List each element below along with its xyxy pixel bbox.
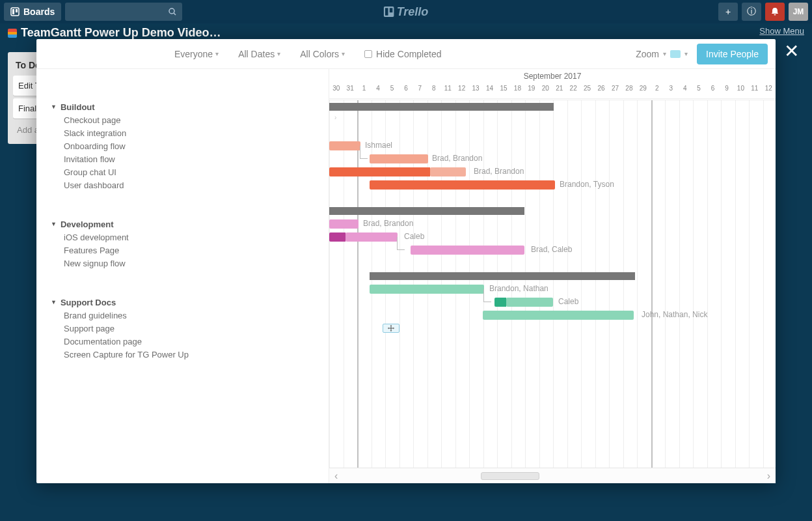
timeline-header: September 2017 3031145678111213141518192…: [329, 69, 776, 100]
timeline-day: 10: [734, 85, 748, 99]
timeline-day: 11: [748, 85, 761, 99]
timeline-day: 12: [762, 85, 776, 99]
svg-rect-1: [12, 9, 14, 14]
task-bar[interactable]: [494, 298, 506, 307]
task-bar[interactable]: [370, 154, 428, 163]
info-icon: ⓘ: [747, 6, 756, 18]
task-bar[interactable]: [329, 141, 360, 150]
bar-assignees: Caleb: [558, 297, 578, 306]
bar-assignees: Brandon, Tyson: [560, 180, 614, 189]
bar-assignees: Brad, Brandon: [432, 154, 482, 163]
task-row[interactable]: User dashboard: [51, 178, 321, 191]
notifications-button[interactable]: [765, 3, 785, 21]
bar-assignees: Caleb: [404, 232, 424, 241]
timeline-day: 13: [468, 85, 482, 99]
horizontal-scrollbar[interactable]: ‹ ›: [329, 468, 776, 483]
task-bar[interactable]: [370, 285, 484, 294]
task-bar-remaining[interactable]: [345, 232, 398, 242]
info-button[interactable]: ⓘ: [742, 3, 761, 21]
summary-bar[interactable]: [329, 103, 554, 111]
task-row[interactable]: Invitation flow: [51, 152, 321, 165]
task-bar-remaining[interactable]: [430, 167, 466, 176]
task-row[interactable]: Features Page: [51, 244, 321, 257]
task-row[interactable]: Slack integration: [51, 126, 321, 139]
group-header[interactable]: ▼Development: [51, 218, 321, 231]
task-row[interactable]: Screen Capture for TG Power Up: [51, 348, 321, 361]
task-bar[interactable]: [329, 167, 430, 176]
timeline-day: 6: [399, 85, 413, 99]
add-button[interactable]: +: [718, 3, 738, 21]
task-bar[interactable]: [329, 232, 345, 242]
timeline-day: 4: [678, 85, 692, 99]
svg-rect-0: [11, 8, 19, 16]
gantt-toolbar: Everyone▾ All Dates▾ All Colors▾ Hide Co…: [36, 39, 776, 69]
zoom-control[interactable]: Zoom▾▾: [636, 49, 688, 59]
bar-assignees: Brad, Brandon: [474, 167, 524, 176]
timeline-day: 14: [483, 85, 496, 99]
timeline-day: 29: [636, 85, 650, 99]
timeline-day: 9: [720, 85, 733, 99]
gantt-timeline: September 2017 3031145678111213141518192…: [329, 69, 776, 483]
group-header[interactable]: ▼Buildout: [51, 100, 321, 113]
task-row[interactable]: Group chat UI: [51, 165, 321, 178]
boards-button[interactable]: Boards: [4, 3, 61, 21]
task-row[interactable]: New signup flow: [51, 257, 321, 270]
task-row[interactable]: Brand guidelines: [51, 309, 321, 322]
timeline-day: 11: [441, 85, 455, 99]
scrollbar-thumb[interactable]: [481, 472, 539, 480]
timeline-day: 12: [455, 85, 468, 99]
move-icon: [388, 325, 394, 331]
boards-icon: [10, 7, 20, 16]
timeline-day: 6: [706, 85, 720, 99]
month-label: September 2017: [329, 72, 776, 81]
hide-completed-checkbox[interactable]: Hide Completed: [364, 49, 441, 59]
invite-button[interactable]: Invite People: [697, 44, 768, 64]
group-header[interactable]: ▼Support Docs: [51, 296, 321, 309]
scroll-left-icon[interactable]: ‹: [334, 470, 338, 482]
summary-bar[interactable]: [370, 272, 635, 280]
bar-assignees: Brad, Brandon: [363, 219, 413, 228]
task-list: ▼Buildout Checkout page Slack integratio…: [36, 69, 329, 483]
task-bar[interactable]: [370, 180, 555, 190]
task-row[interactable]: Documentation page: [51, 335, 321, 348]
task-row[interactable]: Onboarding flow: [51, 139, 321, 152]
timeline-day: 15: [496, 85, 510, 99]
task-bar-remaining[interactable]: [506, 298, 553, 307]
task-row[interactable]: iOS development: [51, 231, 321, 244]
gantt-modal: Everyone▾ All Dates▾ All Colors▾ Hide Co…: [36, 39, 776, 483]
filter-everyone[interactable]: Everyone▾: [174, 49, 219, 59]
task-row[interactable]: Checkout page: [51, 113, 321, 126]
gantt-content: ▼Buildout Checkout page Slack integratio…: [36, 69, 776, 483]
timeline-day: 3: [664, 85, 678, 99]
close-icon[interactable]: ✕: [784, 40, 799, 62]
timeline-day: 31: [343, 85, 357, 99]
trello-logo: Trello: [384, 5, 429, 19]
bar-assignees: Ishmael: [365, 141, 392, 150]
task-bar-placeholder[interactable]: [383, 324, 399, 333]
timeline-day: 21: [552, 85, 566, 99]
board-header: TeamGantt Power Up Demo Video…: [8, 26, 804, 40]
summary-bar[interactable]: [329, 207, 524, 215]
task-bar[interactable]: [483, 311, 634, 320]
svg-point-3: [169, 8, 174, 14]
bell-icon: [770, 7, 779, 16]
plus-icon: +: [725, 7, 731, 17]
bar-assignees: Brandon, Nathan: [489, 284, 548, 293]
collapse-icon: ▼: [51, 104, 57, 110]
scroll-right-icon[interactable]: ›: [767, 470, 770, 482]
filter-colors[interactable]: All Colors▾: [300, 49, 345, 59]
filter-dates[interactable]: All Dates▾: [238, 49, 280, 59]
chevron-down-icon: ▾: [277, 50, 280, 57]
timeline-day: 26: [594, 85, 608, 99]
search-input[interactable]: [65, 3, 182, 21]
task-bar[interactable]: [329, 219, 359, 229]
task-bar[interactable]: [411, 246, 524, 255]
task-row[interactable]: Support page: [51, 322, 321, 335]
show-menu-link[interactable]: Show Menu: [759, 26, 804, 36]
zoom-swatch-icon: [670, 50, 681, 58]
chevron-down-icon: ▾: [215, 50, 219, 57]
user-avatar[interactable]: JM: [789, 3, 808, 21]
timeline-day: 30: [329, 85, 343, 99]
timeline-day: 27: [608, 85, 622, 99]
timeline-day: 19: [524, 85, 538, 99]
